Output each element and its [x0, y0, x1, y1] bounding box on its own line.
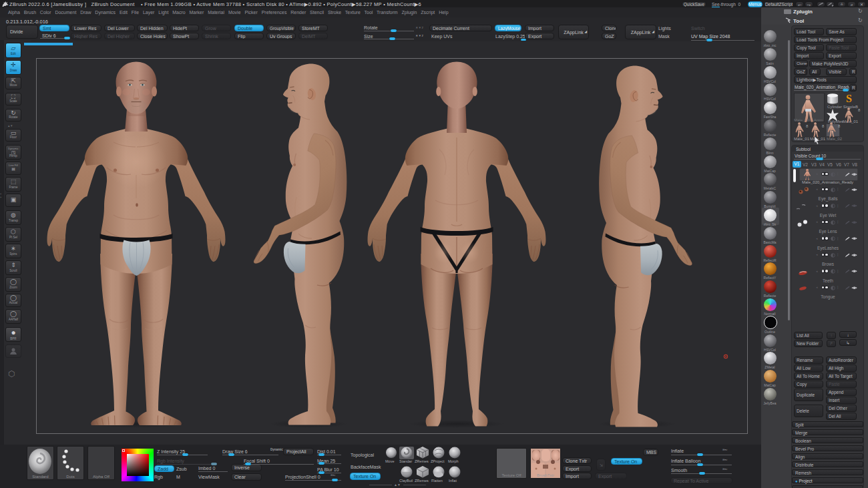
svg-text:8: 8 — [858, 108, 861, 112]
svg-text:8: 8 — [822, 124, 825, 128]
svg-text:S: S — [846, 93, 852, 104]
svg-text:8: 8 — [806, 124, 809, 128]
svg-text:8: 8 — [838, 124, 841, 128]
